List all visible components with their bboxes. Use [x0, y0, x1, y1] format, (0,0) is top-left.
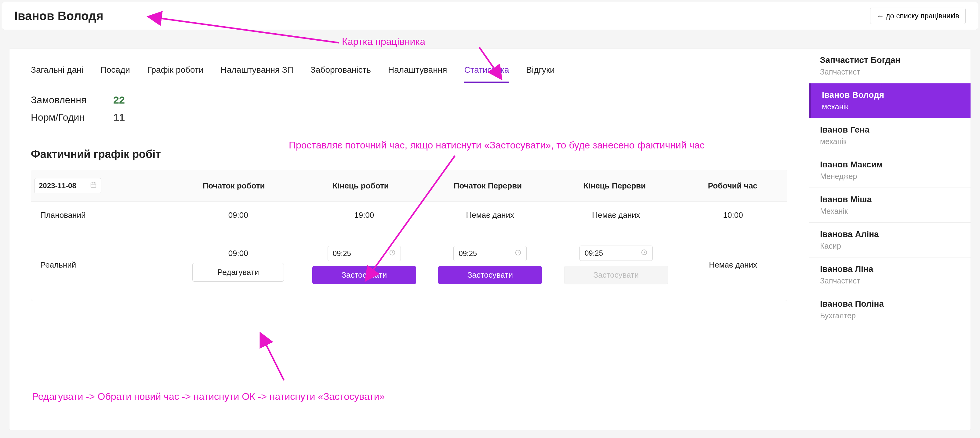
end-time-input[interactable]: 09:25 — [328, 246, 401, 261]
apply-end-button[interactable]: Застосувати — [312, 266, 416, 284]
header-date: 2023-11-08 — [31, 170, 170, 201]
employee-role: Механік — [820, 207, 959, 216]
normhours-value: 11 — [113, 111, 125, 123]
section-title: Фактичний графік робіт — [31, 148, 788, 161]
tabs: Загальні дані Посади Графік роботи Налаш… — [31, 65, 788, 83]
page-title: Іванов Володя — [14, 9, 103, 23]
orders-value: 22 — [113, 94, 125, 106]
svg-line-6 — [392, 253, 393, 253]
real-start-cell: 09:00 Редагувати — [175, 238, 301, 292]
apply-break-start-button[interactable]: Застосувати — [438, 266, 542, 284]
break-start-time-input[interactable]: 09:25 — [453, 246, 527, 261]
tab-schedule[interactable]: Графік роботи — [147, 65, 204, 83]
calendar-icon — [90, 182, 97, 190]
annotation-card: Картка працівника — [342, 36, 425, 47]
real-work-time: Немає даних — [679, 238, 787, 292]
employee-name: Іванов Гена — [820, 125, 959, 135]
header-break-end: Кінець Перерви — [551, 170, 678, 201]
employee-name: Іванова Ліна — [820, 264, 959, 274]
employee-item[interactable]: Запчастист БогданЗапчастист — [809, 49, 970, 83]
date-input[interactable]: 2023-11-08 — [34, 178, 101, 193]
table-header-row: 2023-11-08 Початок роботи Кінець роботи … — [31, 170, 787, 202]
clock-icon — [641, 249, 648, 258]
normhours-label: Норм/Годин — [31, 112, 101, 123]
tab-salary-settings[interactable]: Налаштування ЗП — [221, 65, 293, 83]
end-time-value: 09:25 — [333, 249, 351, 258]
real-label: Реальний — [31, 238, 175, 292]
tab-statistics[interactable]: Статистика — [464, 65, 509, 83]
employee-role: Запчастист — [820, 67, 959, 76]
tab-debt[interactable]: Заборгованість — [310, 65, 371, 83]
employee-item[interactable]: Іванов Генамеханік — [809, 118, 970, 153]
tab-positions[interactable]: Посади — [100, 65, 130, 83]
apply-break-end-button: Застосувати — [564, 266, 668, 284]
orders-label: Замовлення — [31, 94, 101, 106]
employee-name: Запчастист Богдан — [820, 55, 959, 65]
main-column: Загальні дані Посади Графік роботи Налаш… — [10, 49, 809, 430]
tab-reviews[interactable]: Відгуки — [526, 65, 555, 83]
planned-start: 09:00 — [175, 202, 301, 229]
employee-role: Бухгалтер — [820, 311, 959, 320]
arrow-left-icon: ← — [877, 12, 884, 20]
row-real: Реальний 09:00 Редагувати 09:25 Застосув… — [31, 229, 787, 301]
break-start-time-value: 09:25 — [458, 249, 477, 258]
employee-role: Касир — [820, 242, 959, 250]
employee-role: Менеджер — [820, 172, 959, 181]
svg-line-12 — [644, 252, 645, 253]
employee-item[interactable]: Іванова ЛінаЗапчастист — [809, 258, 970, 292]
employee-name: Іванова Поліна — [820, 299, 959, 309]
employee-name: Іванова Аліна — [820, 229, 959, 239]
svg-line-9 — [518, 253, 519, 253]
real-end-cell: 09:25 Застосувати — [301, 238, 427, 292]
stats-orders: Замовлення 22 — [31, 94, 788, 106]
employee-list: Запчастист БогданЗапчастистІванов Володя… — [809, 49, 970, 327]
clock-icon — [515, 249, 522, 258]
break-end-time-value: 09:25 — [585, 249, 603, 258]
clock-icon — [389, 249, 396, 258]
planned-work-time: 10:00 — [679, 202, 787, 229]
employee-name: Іванов Володя — [822, 90, 959, 100]
break-end-time-input[interactable]: 09:25 — [579, 245, 653, 261]
employee-item[interactable]: Іванова АлінаКасир — [809, 223, 970, 258]
svg-rect-0 — [91, 183, 96, 188]
tab-settings[interactable]: Налаштування — [388, 65, 447, 83]
employee-item[interactable]: Іванов МішаМеханік — [809, 188, 970, 223]
employee-item[interactable]: Іванов Володямеханік — [809, 83, 970, 118]
tab-general[interactable]: Загальні дані — [31, 65, 83, 83]
real-break-end-cell: 09:25 Застосувати — [553, 238, 679, 292]
page-header: Іванов Володя ← до списку працівників — [2, 2, 978, 30]
content: Загальні дані Посади Графік роботи Налаш… — [9, 48, 971, 430]
edit-button[interactable]: Редагувати — [192, 263, 284, 282]
employee-name: Іванов Максим — [820, 160, 959, 169]
employee-role: механік — [822, 102, 959, 111]
header-end: Кінець роботи — [298, 170, 424, 201]
header-break-start: Початок Перерви — [424, 170, 551, 201]
planned-break-start: Немає даних — [427, 202, 553, 229]
planned-label: Планований — [31, 202, 175, 229]
employee-name: Іванов Міша — [820, 194, 959, 204]
employee-role: Запчастист — [820, 276, 959, 285]
date-value: 2023-11-08 — [39, 182, 76, 190]
back-label: до списку працівників — [886, 12, 959, 20]
planned-end: 19:00 — [301, 202, 427, 229]
real-start-value: 09:00 — [228, 248, 248, 258]
employee-item[interactable]: Іванова ПолінаБухгалтер — [809, 292, 970, 327]
planned-break-end: Немає даних — [553, 202, 679, 229]
employee-role: механік — [820, 137, 959, 146]
schedule-table: 2023-11-08 Початок роботи Кінець роботи … — [31, 170, 788, 301]
employee-sidebar: Запчастист БогданЗапчастистІванов Володя… — [809, 49, 970, 430]
employee-item[interactable]: Іванов МаксимМенеджер — [809, 153, 970, 188]
real-break-start-cell: 09:25 Застосувати — [427, 238, 553, 292]
header-work-time: Робочий час — [678, 170, 787, 201]
header-start: Початок роботи — [170, 170, 298, 201]
back-to-list-button[interactable]: ← до списку працівників — [870, 8, 966, 24]
stats-normhours: Норм/Годин 11 — [31, 111, 788, 123]
row-planned: Планований 09:00 19:00 Немає даних Немає… — [31, 202, 787, 229]
